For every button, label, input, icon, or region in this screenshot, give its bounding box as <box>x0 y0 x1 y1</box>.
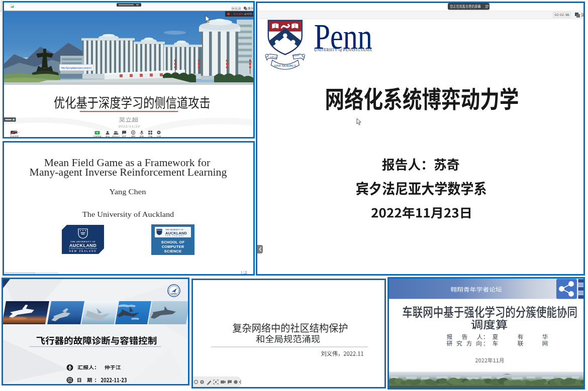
svg-text:SINE MORIBUS: SINE MORIBUS <box>274 64 297 67</box>
svg-text:NEW ZEALAND: NEW ZEALAND <box>69 250 96 252</box>
svg-text:Te Whare Wananga o Tamaki Maka: Te Whare Wananga o Tamaki Makaurau <box>69 247 97 249</box>
svg-text:1 / 21: 1 / 21 <box>241 270 247 274</box>
svg-text:COMPUTER: COMPUTER <box>162 244 184 249</box>
svg-text:SCIENCE: SCIENCE <box>164 249 182 253</box>
svg-text:http://gongdapeopeo.yenj.cn/: http://gongdapeopeo.yenj.cn/ <box>61 66 92 69</box>
svg-text:SCHOOL OF: SCHOOL OF <box>161 240 185 244</box>
svg-text:UNIVERSITY of PENNSYLVANIA: UNIVERSITY of PENNSYLVANIA <box>314 47 372 52</box>
svg-text:NEW ZEALAND: NEW ZEALAND <box>165 235 184 237</box>
svg-text:The University of Auckland: The University of Auckland <box>82 210 174 218</box>
svg-text:Yang Chen: Yang Chen <box>109 187 146 196</box>
svg-text:Many-agent Inverse Reinforceme: Many-agent Inverse Reinforcement Learnin… <box>30 167 227 178</box>
svg-text:04:01:20: 04:01:20 <box>232 8 241 10</box>
svg-text:02:02:36: 02:02:36 <box>554 13 569 17</box>
